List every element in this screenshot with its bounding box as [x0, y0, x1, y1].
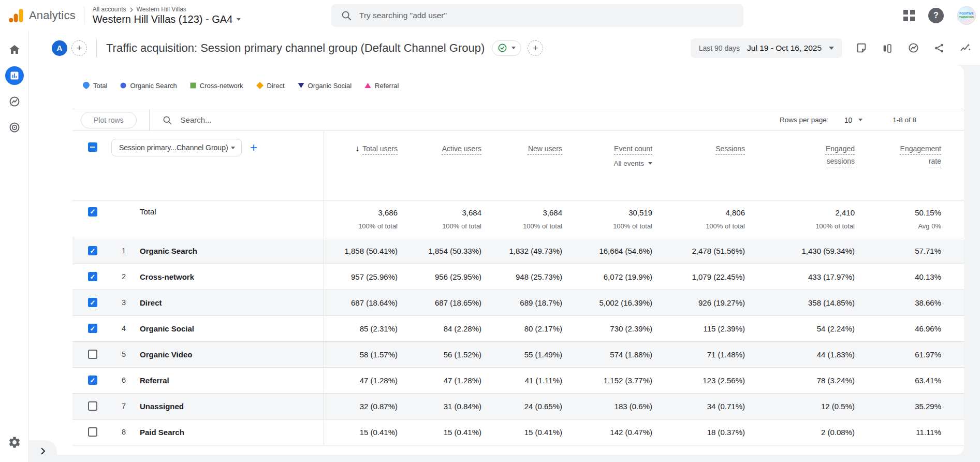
row-number: 8 — [111, 419, 133, 445]
row-checkbox[interactable] — [88, 324, 97, 333]
appbar-right: ? POSITIVE THINKING — [903, 0, 976, 31]
gear-icon — [8, 436, 21, 449]
report-status-pill[interactable] — [492, 40, 521, 56]
legend-item-organic-social: Organic Social — [298, 82, 352, 90]
row-number: 1 — [111, 238, 133, 264]
help-icon[interactable]: ? — [928, 8, 944, 23]
compare-button[interactable] — [881, 41, 894, 55]
chevron-right-icon — [38, 446, 48, 456]
pin-marker-icon — [83, 82, 90, 89]
property-selector[interactable]: Western Hill Villas (123) - GA4 — [93, 13, 241, 25]
chevron-down-icon — [648, 162, 652, 165]
nav-admin[interactable] — [4, 432, 25, 453]
nav-reports-active[interactable] — [4, 65, 25, 86]
metric-cell: 142 (0.47%) — [562, 419, 652, 445]
add-dimension-button[interactable]: + — [250, 142, 257, 153]
row-checkbox[interactable] — [88, 272, 97, 281]
metric-cell: 57.71% — [855, 238, 941, 264]
nav-advertising[interactable] — [4, 117, 25, 138]
table-search[interactable] — [162, 115, 336, 125]
row-checkbox[interactable] — [88, 246, 97, 255]
insights-icon — [908, 42, 919, 54]
table-row: 7 Unassigned 32 (0.87%) 31 (0.84%) 24 (0… — [72, 393, 964, 419]
workspace-avatar[interactable]: A — [52, 40, 67, 56]
expand-nav-button[interactable] — [29, 440, 57, 462]
nav-explore[interactable] — [4, 91, 25, 112]
breadcrumb-all-accounts[interactable]: All accounts — [93, 6, 126, 13]
row-checkbox[interactable] — [88, 427, 97, 437]
metric-cell: 1,430 (59.34%) — [745, 238, 855, 264]
row-checkbox[interactable] — [88, 350, 97, 359]
app-bar: Analytics All accounts Western Hill Vill… — [0, 0, 980, 31]
add-workspace-button[interactable]: + — [71, 40, 87, 56]
row-checkbox[interactable] — [88, 376, 97, 385]
plot-rows-button[interactable]: Plot rows — [81, 112, 137, 128]
metric-cell: 2,478 (51.56%) — [652, 238, 745, 264]
row-channel: Paid Search — [133, 419, 324, 445]
date-preset-label: Last 90 days — [699, 44, 740, 52]
report-card: Total Organic Search Cross-network Direc… — [29, 65, 964, 455]
dimension-selector[interactable]: Session primary...Channel Group) — [111, 139, 242, 156]
metric-cell: 47 (1.28%) — [398, 367, 481, 393]
column-header-new-users[interactable]: New users — [528, 145, 562, 153]
explore-icon — [8, 95, 21, 108]
report-header-right: Last 90 days Jul 19 - Oct 16, 2025 — [691, 38, 980, 58]
share-icon — [933, 42, 945, 54]
row-channel: Organic Search — [133, 238, 324, 264]
metric-cell: 6,072 (19.9%) — [562, 264, 652, 290]
date-range-picker[interactable]: Last 90 days Jul 19 - Oct 16, 2025 — [691, 38, 842, 58]
sparkle-trend-icon — [959, 42, 971, 54]
total-checkbox[interactable] — [88, 207, 97, 216]
traffic-table: Session primary...Channel Group) + ↓Tota… — [72, 131, 964, 445]
metric-cell: 687 (18.65%) — [398, 290, 481, 315]
date-range-value: Jul 19 - Oct 16, 2025 — [747, 44, 822, 53]
notes-button[interactable] — [855, 41, 868, 55]
chevron-down-icon — [511, 47, 516, 49]
column-header-sessions[interactable]: Sessions — [715, 145, 745, 153]
metric-cell: 1,854 (50.33%) — [398, 238, 481, 264]
metric-cell: 16,664 (54.6%) — [562, 238, 652, 264]
metric-cell: 34 (0.71%) — [652, 393, 745, 419]
share-button[interactable] — [932, 41, 946, 55]
rows-per-page-select[interactable]: 10 — [844, 116, 853, 124]
avatar[interactable]: POSITIVE THINKING — [957, 6, 976, 25]
legend-item-referral: Referral — [364, 82, 399, 90]
metric-cell: 41 (1.11%) — [481, 367, 562, 393]
table-search-input[interactable] — [181, 116, 336, 124]
apps-grid-icon[interactable] — [903, 10, 915, 21]
breadcrumb-account[interactable]: Western Hill Villas — [137, 6, 186, 13]
select-all-checkbox[interactable] — [88, 142, 97, 152]
nav-home[interactable] — [4, 39, 25, 60]
row-checkbox[interactable] — [88, 401, 97, 411]
note-icon — [856, 42, 867, 54]
column-header-engagement-rate[interactable]: Engagement rate — [894, 142, 941, 167]
column-header-engaged-sessions[interactable]: Engaged sessions — [807, 142, 855, 167]
global-search-input[interactable] — [359, 11, 691, 20]
row-checkbox[interactable] — [88, 298, 97, 307]
legend-item-cross-network: Cross-network — [190, 82, 243, 90]
global-search[interactable] — [331, 4, 743, 27]
metric-cell: 54 (2.24%) — [745, 315, 855, 341]
insights-button[interactable] — [906, 41, 920, 55]
metric-cell: 948 (25.73%) — [481, 264, 562, 290]
reports-active-circle — [5, 66, 24, 85]
event-filter-dropdown[interactable]: All events — [562, 160, 652, 167]
header-row: Session primary...Channel Group) + ↓Tota… — [72, 131, 964, 200]
chart-legend: Total Organic Search Cross-network Direc… — [29, 65, 964, 91]
ai-insights-button[interactable] — [958, 41, 972, 55]
breadcrumb[interactable]: All accounts Western Hill Villas — [93, 6, 241, 13]
column-header-active-users[interactable]: Active users — [442, 145, 481, 153]
pagination-status: 1-8 of 8 — [893, 116, 916, 124]
column-header-event-count[interactable]: Event count — [614, 145, 652, 153]
table-row: 2 Cross-network 957 (25.96%) 956 (25.95%… — [72, 264, 964, 290]
metric-cell: 689 (18.7%) — [481, 290, 562, 315]
account-property-block: All accounts Western Hill Villas Western… — [93, 6, 241, 25]
table-body: Total 3,686100% of total 3,684100% of to… — [72, 200, 964, 445]
content-area: A + Traffic acquisition: Session primary… — [29, 31, 980, 462]
appbar-divider — [84, 7, 84, 24]
analytics-logo[interactable]: Analytics — [0, 7, 76, 24]
add-report-button[interactable]: + — [528, 40, 543, 56]
metric-cell: 957 (25.96%) — [324, 264, 398, 290]
column-header-total-users[interactable]: Total users — [362, 145, 398, 153]
chevron-down-icon[interactable] — [858, 119, 862, 121]
